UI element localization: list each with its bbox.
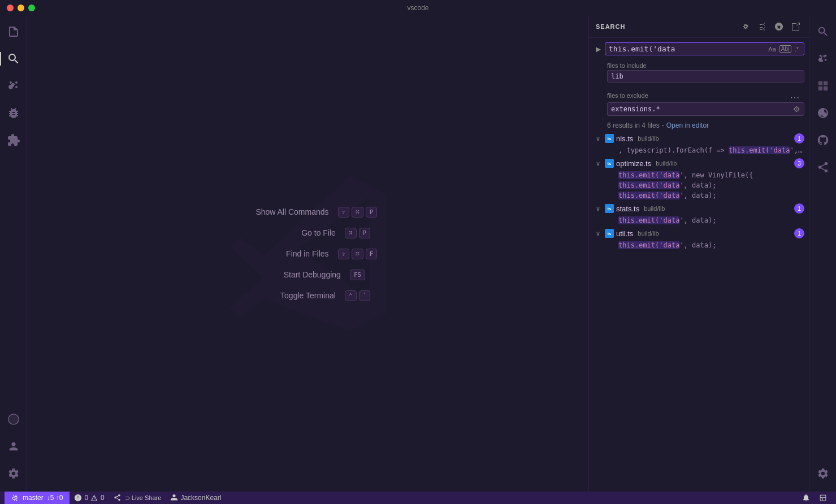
right-remote-icon[interactable] — [809, 99, 837, 127]
search-expand-button[interactable]: ▶ — [594, 45, 603, 53]
use-regex-button[interactable]: .* — [793, 45, 800, 53]
show-all-commands-label: Show All Commands — [239, 207, 329, 216]
result-line-optimize-2[interactable]: this.emit('data', data); — [589, 190, 809, 201]
match-case-button[interactable]: Aa — [766, 45, 777, 53]
file-count-stats: 1 — [794, 203, 804, 214]
file-icon-optimize: ts — [605, 159, 614, 168]
open-in-editor-button[interactable] — [790, 20, 802, 33]
branch-name: master — [23, 494, 44, 502]
right-extensions-icon[interactable] — [809, 72, 837, 99]
file-icon-util: ts — [605, 229, 614, 238]
start-debugging-row: Start Debugging F5 — [250, 270, 365, 280]
file-path-stats: build/lib — [644, 205, 665, 212]
account-icon[interactable] — [0, 433, 27, 460]
result-line-util-0[interactable]: this.emit('data', data); — [589, 240, 809, 250]
sidebar-item-source-control[interactable] — [0, 72, 27, 99]
file-group-nls: ∨ ts nls.ts build/lib 1 , typescript).fo… — [589, 132, 809, 155]
title-bar: vscode — [0, 0, 836, 16]
file-header-nls[interactable]: ∨ ts nls.ts build/lib 1 — [589, 132, 809, 145]
file-header-stats[interactable]: ∨ ts stats.ts build/lib 1 — [589, 202, 809, 215]
key-shift: ⇧ — [338, 207, 350, 218]
sidebar-item-search[interactable] — [0, 45, 27, 72]
file-icon-stats: ts — [605, 204, 614, 213]
go-to-file-row: Go to File ⌘ P — [245, 228, 370, 238]
files-to-include-input-wrapper[interactable] — [607, 70, 804, 82]
files-to-include-input[interactable] — [611, 72, 800, 80]
live-share-button[interactable]: ⊃ Live Share — [109, 492, 166, 504]
right-bar-bottom — [809, 460, 837, 492]
right-github-icon[interactable] — [809, 127, 837, 154]
error-icon — [74, 494, 82, 502]
right-liveshare-icon[interactable] — [809, 154, 837, 181]
clear-search-button[interactable] — [773, 20, 785, 33]
result-line-optimize-1[interactable]: this.emit('data', data); — [589, 180, 809, 190]
search-input-icons: Aa Ab| .* — [766, 45, 800, 53]
file-count-util: 1 — [794, 228, 804, 238]
file-path-optimize: build/lib — [656, 160, 677, 167]
files-to-include-section: files to include — [589, 60, 809, 85]
warning-icon — [90, 494, 98, 502]
search-panel: SEARCH — [588, 16, 809, 492]
file-group-optimize: ∨ ts optimize.ts build/lib 3 this.emit('… — [589, 157, 809, 201]
file-path-nls: build/lib — [638, 135, 659, 142]
right-search-icon[interactable] — [809, 18, 837, 45]
search-input-wrapper[interactable]: Aa Ab| .* — [605, 42, 804, 55]
remote-explorer-icon[interactable] — [0, 406, 27, 433]
sidebar-item-explorer[interactable] — [0, 18, 27, 45]
collapse-util-icon[interactable]: ∨ — [594, 230, 603, 237]
collapse-nls-icon[interactable]: ∨ — [594, 135, 603, 142]
live-share-label: ⊃ Live Share — [125, 494, 162, 502]
notifications-button[interactable] — [798, 494, 815, 502]
toggle-terminal-keys: ⌃ ` — [345, 290, 370, 301]
refresh-results-button[interactable] — [739, 20, 751, 33]
errors-warnings-button[interactable]: 0 0 — [70, 492, 109, 504]
use-exclude-settings-button[interactable]: ⚙ — [793, 105, 800, 114]
show-all-commands-row: Show All Commands ⇧ ⌘ P — [239, 207, 378, 218]
key-ctrl: ⌃ — [345, 290, 357, 301]
window-title: vscode — [407, 4, 428, 12]
username-label: JacksonKearl — [180, 494, 221, 502]
close-button[interactable] — [7, 5, 14, 11]
user-icon — [170, 494, 178, 502]
file-header-optimize[interactable]: ∨ ts optimize.ts build/lib 3 — [589, 157, 809, 170]
file-group-stats: ∨ ts stats.ts build/lib 1 this.emit('dat… — [589, 202, 809, 225]
result-line-stats-0[interactable]: this.emit('data', data); — [589, 215, 809, 225]
collapse-all-button[interactable] — [756, 20, 768, 33]
status-error-button[interactable]: master ↓5 ↑0 — [5, 492, 70, 504]
file-count-optimize: 3 — [794, 158, 804, 168]
search-input[interactable] — [609, 45, 764, 53]
find-in-files-label: Find in Files — [239, 249, 329, 258]
toggle-terminal-row: Toggle Terminal ⌃ ` — [245, 290, 370, 301]
files-to-exclude-input-wrapper[interactable]: ⚙ — [607, 102, 804, 116]
go-to-file-keys: ⌘ P — [345, 228, 370, 238]
result-line-nls-0[interactable]: , typescript).forEach(f => this.emit('da… — [589, 145, 809, 155]
svg-rect-2 — [823, 81, 827, 85]
layout-button[interactable] — [815, 494, 831, 502]
files-to-exclude-input[interactable] — [611, 105, 791, 113]
minimize-button[interactable] — [18, 5, 24, 11]
match-whole-word-button[interactable]: Ab| — [779, 45, 791, 53]
search-panel-header: SEARCH — [589, 16, 809, 38]
collapse-stats-icon[interactable]: ∨ — [594, 205, 603, 212]
right-source-control-icon[interactable] — [809, 45, 837, 72]
fullscreen-button[interactable] — [28, 5, 35, 11]
activity-bar-bottom — [0, 406, 27, 492]
show-all-commands-keys: ⇧ ⌘ P — [338, 207, 378, 218]
file-header-util[interactable]: ∨ ts util.ts build/lib 1 — [589, 227, 809, 240]
settings-icon[interactable] — [0, 460, 27, 487]
sidebar-item-extensions[interactable] — [0, 127, 27, 154]
key-cmd2: ⌘ — [345, 228, 357, 238]
file-count-nls: 1 — [794, 133, 804, 144]
user-account-button[interactable]: JacksonKearl — [166, 492, 226, 504]
search-header-icons — [739, 20, 802, 33]
right-settings-icon[interactable] — [809, 460, 837, 487]
result-line-optimize-0[interactable]: this.emit('data', new VinylFile({ — [589, 170, 809, 180]
key-p: P — [366, 207, 378, 218]
collapse-optimize-icon[interactable]: ∨ — [594, 160, 603, 167]
key-backtick: ` — [359, 290, 371, 301]
file-name-nls: nls.ts — [616, 134, 633, 143]
results-count: 6 results in 4 files — [607, 121, 660, 129]
files-to-exclude-section: files to exclude … ⚙ — [589, 87, 809, 118]
open-in-editor-link[interactable]: Open in editor — [666, 121, 709, 129]
sidebar-item-debug[interactable] — [0, 99, 27, 127]
